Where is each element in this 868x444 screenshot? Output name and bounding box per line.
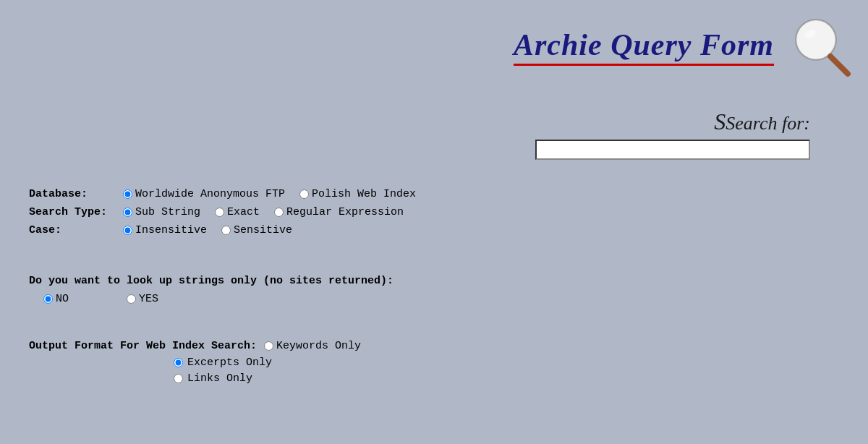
- search-type-substring-label: Sub String: [135, 206, 200, 218]
- case-label: Case:: [29, 224, 123, 236]
- header: Archie Query Form: [514, 14, 854, 80]
- database-row: Database: Worldwide Anonymous FTP Polish…: [29, 188, 416, 200]
- output-excerpts-label: Excerpts Only: [187, 357, 272, 369]
- database-worldwide-label: Worldwide Anonymous FTP: [135, 188, 285, 200]
- strings-section: Do you want to look up strings only (no …: [14, 275, 408, 305]
- output-links-label: Links Only: [187, 372, 252, 385]
- case-row: Case: Insensitive Sensitive: [29, 224, 416, 236]
- output-label-row: Output Format For Web Index Search: Keyw…: [29, 340, 361, 352]
- strings-yes-label: YES: [139, 293, 158, 305]
- case-radio-group: Insensitive Sensitive: [123, 224, 292, 236]
- case-insensitive-label: Insensitive: [135, 224, 207, 236]
- search-label: SSearch for:: [714, 108, 810, 135]
- output-links[interactable]: Links Only: [174, 372, 361, 385]
- page-title: Archie Query Form: [514, 28, 774, 61]
- database-radio-group: Worldwide Anonymous FTP Polish Web Index: [123, 188, 416, 200]
- search-type-exact-label: Exact: [227, 206, 260, 218]
- search-type-regex-label: Regular Expression: [286, 206, 404, 218]
- strings-no-label: NO: [56, 293, 69, 305]
- output-section: Output Format For Web Index Search: Keyw…: [14, 340, 375, 385]
- search-type-radio-group: Sub String Exact Regular Expression: [123, 206, 404, 218]
- search-section: SSearch for:: [535, 108, 810, 160]
- database-polish-label: Polish Web Index: [312, 188, 416, 200]
- output-excerpts[interactable]: Excerpts Only: [174, 357, 361, 369]
- search-input[interactable]: [535, 140, 810, 160]
- strings-question: Do you want to look up strings only (no …: [29, 275, 393, 287]
- search-type-exact[interactable]: Exact: [215, 206, 260, 218]
- case-sensitive[interactable]: Sensitive: [221, 224, 292, 236]
- search-type-regex[interactable]: Regular Expression: [274, 206, 404, 218]
- strings-radios: NO YES: [29, 293, 393, 305]
- database-worldwide[interactable]: Worldwide Anonymous FTP: [123, 188, 285, 200]
- search-type-substring[interactable]: Sub String: [123, 206, 200, 218]
- search-type-row: Search Type: Sub String Exact Regular Ex…: [29, 206, 416, 218]
- svg-line-4: [830, 56, 848, 74]
- search-type-label: Search Type:: [29, 206, 123, 218]
- magnifier-icon: [788, 14, 854, 80]
- svg-point-1: [797, 21, 835, 59]
- database-polish[interactable]: Polish Web Index: [299, 188, 416, 200]
- case-sensitive-label: Sensitive: [234, 224, 292, 236]
- case-insensitive[interactable]: Insensitive: [123, 224, 207, 236]
- output-keywords-label: Keywords Only: [276, 340, 361, 352]
- output-radios-stack: Excerpts Only Links Only: [29, 357, 361, 385]
- form-section: Database: Worldwide Anonymous FTP Polish…: [14, 181, 430, 249]
- output-format-label: Output Format For Web Index Search:: [29, 340, 257, 352]
- strings-no[interactable]: NO: [43, 293, 69, 305]
- title-block: Archie Query Form: [514, 28, 774, 65]
- title-underline: [514, 64, 774, 66]
- output-keywords[interactable]: Keywords Only: [264, 340, 361, 352]
- database-label: Database:: [29, 188, 123, 200]
- strings-yes[interactable]: YES: [127, 293, 158, 305]
